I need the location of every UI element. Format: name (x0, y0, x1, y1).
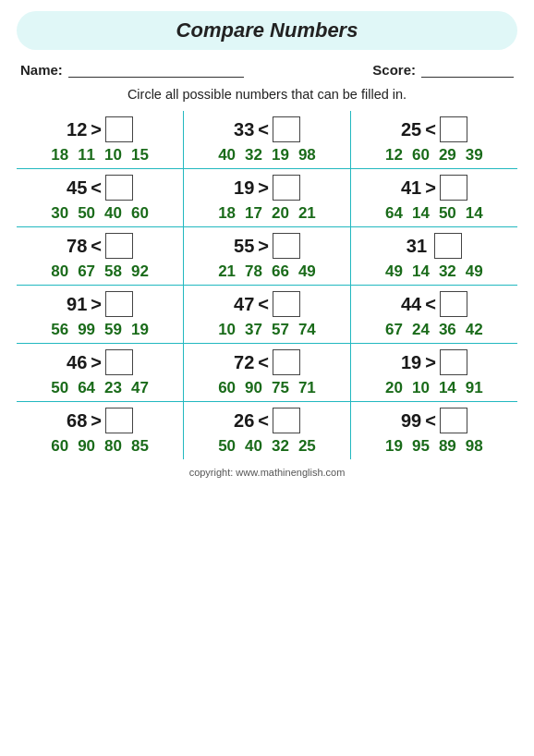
choice-r5-c2-0[interactable]: 19 (385, 437, 403, 456)
choice-r2-c0-1[interactable]: 67 (78, 262, 95, 281)
choice-r3-c0-3[interactable]: 19 (131, 321, 149, 339)
choice-r0-c2-2[interactable]: 29 (439, 146, 456, 165)
answer-box-r2-c2[interactable] (434, 233, 462, 259)
choice-r1-c2-0[interactable]: 64 (385, 204, 403, 223)
choice-r3-c2-0[interactable]: 67 (385, 321, 403, 339)
answer-box-r5-c0[interactable] (105, 408, 133, 433)
choice-r4-c1-1[interactable]: 90 (245, 379, 262, 397)
answer-box-r5-c1[interactable] (273, 408, 300, 433)
choice-r1-c0-1[interactable]: 50 (78, 204, 95, 223)
choice-r4-c0-3[interactable]: 47 (131, 379, 149, 397)
choice-r5-c1-3[interactable]: 25 (298, 437, 316, 456)
choice-r4-c2-2[interactable]: 14 (439, 379, 456, 397)
choice-r2-c2-3[interactable]: 49 (466, 262, 483, 281)
choice-r0-c1-0[interactable]: 40 (218, 146, 236, 165)
choice-r3-c2-3[interactable]: 42 (466, 321, 483, 339)
choice-r5-c1-2[interactable]: 32 (272, 437, 289, 456)
answer-box-r5-c2[interactable] (440, 408, 467, 433)
choice-r0-c2-3[interactable]: 39 (466, 146, 483, 165)
choice-r1-c2-3[interactable]: 14 (466, 204, 483, 223)
choice-r1-c2-2[interactable]: 50 (439, 204, 456, 223)
choice-r5-c0-3[interactable]: 85 (131, 437, 149, 456)
choice-r5-c2-1[interactable]: 95 (412, 437, 430, 456)
choice-r1-c0-2[interactable]: 40 (104, 204, 122, 223)
name-line[interactable] (68, 61, 244, 78)
choice-r0-c0-0[interactable]: 18 (51, 146, 68, 165)
cell-r5-c0: 68 > 60908085 (17, 402, 184, 460)
choice-r2-c2-2[interactable]: 32 (439, 262, 456, 281)
choice-r5-c2-3[interactable]: 98 (466, 437, 483, 456)
choice-r3-c0-0[interactable]: 56 (51, 321, 68, 339)
choice-r1-c0-0[interactable]: 30 (51, 204, 68, 223)
answer-box-r0-c0[interactable] (105, 116, 133, 142)
cell-r2-c2: 31 49143249 (350, 227, 517, 286)
answer-box-r0-c2[interactable] (440, 116, 467, 142)
choice-r4-c1-2[interactable]: 75 (272, 379, 289, 397)
choice-r5-c0-0[interactable]: 60 (51, 437, 68, 456)
answer-box-r4-c1[interactable] (273, 349, 300, 375)
choice-r2-c0-3[interactable]: 92 (131, 262, 149, 281)
choice-r5-c1-0[interactable]: 50 (218, 437, 236, 456)
choice-r1-c1-1[interactable]: 17 (245, 204, 262, 223)
answer-box-r1-c1[interactable] (273, 175, 300, 201)
choice-r3-c1-1[interactable]: 37 (245, 321, 262, 339)
choice-r4-c0-0[interactable]: 50 (51, 379, 68, 397)
problem-num-r1-c0: 45 (67, 177, 87, 199)
answer-box-r3-c2[interactable] (440, 291, 467, 317)
choice-r5-c0-1[interactable]: 90 (78, 437, 95, 456)
choice-r4-c1-3[interactable]: 71 (298, 379, 316, 397)
choice-r2-c1-2[interactable]: 66 (272, 262, 289, 281)
choice-r3-c1-3[interactable]: 74 (298, 321, 316, 339)
choice-r4-c0-1[interactable]: 64 (78, 379, 95, 397)
answer-box-r3-c0[interactable] (105, 291, 133, 317)
choice-r4-c2-3[interactable]: 91 (466, 379, 483, 397)
answer-box-r2-c0[interactable] (105, 233, 133, 259)
choice-r3-c1-2[interactable]: 57 (272, 321, 289, 339)
answer-box-r1-c2[interactable] (440, 175, 467, 201)
choice-r2-c1-1[interactable]: 78 (245, 262, 262, 281)
choice-r1-c0-3[interactable]: 60 (131, 204, 149, 223)
answer-box-r4-c0[interactable] (105, 349, 133, 375)
problem-op-r3-c0: > (91, 294, 102, 315)
answer-box-r0-c1[interactable] (273, 116, 300, 142)
choice-r0-c0-3[interactable]: 15 (131, 146, 149, 165)
choice-r2-c0-2[interactable]: 58 (104, 262, 122, 281)
problem-op-r4-c2: > (425, 352, 436, 373)
choices-r0-c2: 12602939 (385, 146, 483, 165)
choice-r2-c0-0[interactable]: 80 (51, 262, 68, 281)
choice-r0-c0-2[interactable]: 10 (104, 146, 122, 165)
choice-r1-c1-3[interactable]: 21 (298, 204, 316, 223)
problem-op-r5-c2: < (425, 410, 436, 432)
choice-r0-c2-0[interactable]: 12 (385, 146, 403, 165)
choice-r2-c2-1[interactable]: 14 (412, 262, 430, 281)
choice-r4-c0-2[interactable]: 23 (104, 379, 122, 397)
choice-r4-c2-1[interactable]: 10 (412, 379, 430, 397)
choice-r1-c1-2[interactable]: 20 (272, 204, 289, 223)
answer-box-r2-c1[interactable] (273, 233, 300, 259)
choice-r3-c2-2[interactable]: 36 (439, 321, 456, 339)
answer-box-r1-c0[interactable] (105, 175, 133, 201)
answer-box-r3-c1[interactable] (273, 291, 300, 317)
choice-r1-c2-1[interactable]: 14 (412, 204, 430, 223)
choice-r3-c0-2[interactable]: 59 (104, 321, 122, 339)
score-line[interactable] (421, 61, 514, 78)
choice-r2-c1-0[interactable]: 21 (218, 262, 236, 281)
choice-r3-c0-1[interactable]: 99 (78, 321, 95, 339)
choice-r3-c1-0[interactable]: 10 (218, 321, 236, 339)
choice-r0-c1-1[interactable]: 32 (245, 146, 262, 165)
choice-r1-c1-0[interactable]: 18 (218, 204, 236, 223)
choice-r0-c2-1[interactable]: 60 (412, 146, 430, 165)
choice-r4-c2-0[interactable]: 20 (385, 379, 403, 397)
choice-r0-c1-3[interactable]: 98 (298, 146, 316, 165)
choice-r5-c2-2[interactable]: 89 (439, 437, 456, 456)
choice-r3-c2-1[interactable]: 24 (412, 321, 430, 339)
choice-r4-c1-0[interactable]: 60 (218, 379, 236, 397)
choice-r2-c2-0[interactable]: 49 (385, 262, 403, 281)
choice-r5-c0-2[interactable]: 80 (104, 437, 122, 456)
answer-box-r4-c2[interactable] (440, 349, 467, 375)
name-label: Name: (20, 62, 63, 78)
choice-r0-c1-2[interactable]: 19 (272, 146, 289, 165)
choice-r5-c1-1[interactable]: 40 (245, 437, 262, 456)
choice-r0-c0-1[interactable]: 11 (78, 146, 95, 165)
choice-r2-c1-3[interactable]: 49 (298, 262, 316, 281)
